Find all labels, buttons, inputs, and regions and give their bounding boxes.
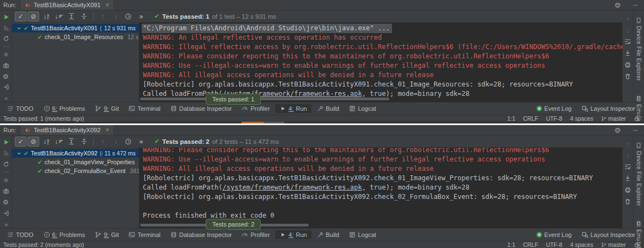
sort-by-duration-button[interactable]: ↓ xyxy=(53,12,65,21)
event-log-button[interactable]: Event Log xyxy=(532,104,576,113)
run-config-tab[interactable]: TestB1BasicActivityX092 × xyxy=(21,125,113,135)
test-settings-button[interactable]: ⚙ xyxy=(2,198,10,206)
collapse-all-button[interactable] xyxy=(78,12,90,21)
horizontal-scrollbar[interactable] xyxy=(140,98,389,100)
test-history-button[interactable] xyxy=(122,12,134,21)
hide-window-icon[interactable]: ─ xyxy=(634,2,637,8)
layout-inspector-button[interactable]: Layout Inspector xyxy=(577,104,640,113)
print-button[interactable] xyxy=(624,61,631,68)
tool-button-terminal[interactable]: Terminal xyxy=(124,104,165,113)
test-tree-row[interactable]: ✔ check_01_Image_Resources 12 s 931 ms xyxy=(12,33,139,41)
tests-passed-balloon[interactable]: Tests passed: 1 xyxy=(206,94,261,105)
indent-widget[interactable]: 4 spaces xyxy=(570,241,593,248)
hide-window-icon[interactable]: ─ xyxy=(634,127,637,133)
gear-icon[interactable]: ⚙ xyxy=(614,2,621,9)
expand-all-button[interactable] xyxy=(66,12,77,21)
test-tree-row[interactable]: ✔ check_02_FormulaBox_Event 381 ms xyxy=(12,166,139,175)
tool-button-problems[interactable]: 6:Problems xyxy=(39,104,90,113)
expand-all-button[interactable] xyxy=(66,137,77,147)
layout-inspector-button[interactable]: Layout Inspector xyxy=(577,230,640,239)
more-toolbar-actions[interactable]: » xyxy=(2,220,10,228)
scroll-to-end-button[interactable] xyxy=(624,175,631,182)
clear-all-button[interactable] xyxy=(624,73,631,80)
line-separator-widget[interactable]: CRLF xyxy=(523,115,538,122)
toggle-auto-test-button[interactable] xyxy=(2,35,10,42)
tool-button-logcat[interactable]: Logcat xyxy=(345,230,380,239)
up-stack-trace-button[interactable]: ↑ xyxy=(624,140,631,147)
console-file-link[interactable]: /system/framework/framework-res.apk xyxy=(223,184,362,191)
show-ignored-toggle[interactable]: ⊘ xyxy=(28,137,39,147)
tool-button-todo[interactable]: TODO xyxy=(3,104,38,113)
encoding-widget[interactable]: UTF-8 xyxy=(546,115,562,122)
clear-all-button[interactable] xyxy=(624,198,631,205)
tool-button-build[interactable]: Build xyxy=(313,230,344,239)
more-toolbar-actions[interactable]: » xyxy=(2,94,10,102)
screenshot-button[interactable] xyxy=(2,187,10,195)
tool-button-build[interactable]: Build xyxy=(313,104,344,113)
line-separator-widget[interactable]: CRLF xyxy=(523,241,538,248)
rerun-button[interactable] xyxy=(2,138,10,146)
toggle-auto-test-button[interactable] xyxy=(2,160,10,168)
git-branch-widget[interactable]: master xyxy=(601,115,626,122)
gear-icon[interactable]: ⚙ xyxy=(614,127,621,134)
next-occurrence-button[interactable]: ↓ xyxy=(110,12,121,21)
more-actions-button[interactable]: » xyxy=(135,137,147,147)
run-config-tab[interactable]: TestB1BasicActivityX091 × xyxy=(21,0,113,10)
lock-icon[interactable] xyxy=(634,242,640,248)
stop-button[interactable] xyxy=(2,51,10,58)
run-console[interactable]: WARNING: Please consider reporting this … xyxy=(139,148,622,228)
soft-wrap-button[interactable] xyxy=(624,163,631,170)
tool-button-git[interactable]: 9:Git xyxy=(90,104,123,113)
encoding-widget[interactable]: UTF-8 xyxy=(546,241,562,248)
print-button[interactable] xyxy=(624,186,631,193)
test-tree-row[interactable]: ✔ TestB1BasicActivityX091 (org.aplas.t 1… xyxy=(12,24,139,33)
tool-button-todo[interactable]: TODO xyxy=(3,230,38,239)
stop-button[interactable] xyxy=(2,176,10,184)
previous-occurrence-button[interactable]: ↑ xyxy=(97,137,109,147)
git-branch-widget[interactable]: master xyxy=(601,241,626,248)
test-tree-row[interactable]: ✔ TestB1BasicActivityX092 (org.aplas.t 1… xyxy=(12,149,139,158)
show-passed-toggle[interactable]: ✓ xyxy=(15,137,26,147)
event-log-button[interactable]: Event Log xyxy=(532,230,576,239)
tool-button-device-file-explorer[interactable]: Device File Explorer xyxy=(636,17,642,81)
more-actions-button[interactable]: » xyxy=(135,12,147,21)
test-settings-button[interactable]: ⚙ xyxy=(2,73,10,80)
tool-button-logcat[interactable]: Logcat xyxy=(345,104,380,113)
next-occurrence-button[interactable]: ↓ xyxy=(110,137,121,147)
tests-passed-balloon[interactable]: Tests passed: 2 xyxy=(206,219,261,230)
import-test-results-button[interactable] xyxy=(2,84,10,91)
rerun-button[interactable] xyxy=(2,13,10,21)
sort-alphabetically-button[interactable]: ↓az xyxy=(40,137,52,147)
rerun-failed-tests-button[interactable] xyxy=(2,24,10,32)
tool-button-run[interactable]: 4:Run xyxy=(275,230,311,239)
tool-button-terminal[interactable]: Terminal xyxy=(124,230,165,239)
indent-widget[interactable]: 4 spaces xyxy=(570,115,593,122)
tool-button-problems[interactable]: 6:Problems xyxy=(39,230,90,239)
test-tree-row[interactable]: ✔ check_01_ImageView_Properties 11 s 91 … xyxy=(12,158,139,166)
screenshot-button[interactable] xyxy=(2,62,10,69)
collapse-all-button[interactable] xyxy=(78,137,90,147)
import-test-results-button[interactable] xyxy=(2,209,10,217)
tool-button-profiler[interactable]: Profiler xyxy=(237,104,274,113)
run-console[interactable]: "C:\Program Files\Android\Android Studio… xyxy=(139,23,622,102)
sort-alphabetically-button[interactable]: ↓az xyxy=(40,12,52,21)
previous-occurrence-button[interactable]: ↑ xyxy=(97,12,109,21)
soft-wrap-button[interactable] xyxy=(624,38,631,45)
sort-by-duration-button[interactable]: ↓ xyxy=(53,137,65,147)
up-stack-trace-button[interactable]: ↑ xyxy=(624,15,631,22)
down-stack-trace-button[interactable]: ↓ xyxy=(624,26,631,34)
tool-button-git[interactable]: 9:Git xyxy=(90,230,123,239)
test-history-button[interactable] xyxy=(122,137,134,147)
caret-position-widget[interactable]: 1:1 xyxy=(507,241,516,248)
scroll-to-end-button[interactable] xyxy=(624,50,631,57)
show-passed-toggle[interactable]: ✓ xyxy=(15,12,26,21)
close-icon[interactable]: × xyxy=(105,127,109,133)
down-stack-trace-button[interactable]: ↓ xyxy=(624,152,631,159)
tool-button-run[interactable]: 4:Run xyxy=(275,104,311,113)
rerun-failed-tests-button[interactable] xyxy=(2,149,10,157)
show-ignored-toggle[interactable]: ⊘ xyxy=(28,12,39,21)
lock-icon[interactable] xyxy=(634,116,640,122)
tool-button-profiler[interactable]: Profiler xyxy=(237,230,274,239)
caret-position-widget[interactable]: 1:1 xyxy=(507,115,516,122)
tool-button-device-file-explorer[interactable]: Device File Explorer xyxy=(636,142,642,206)
